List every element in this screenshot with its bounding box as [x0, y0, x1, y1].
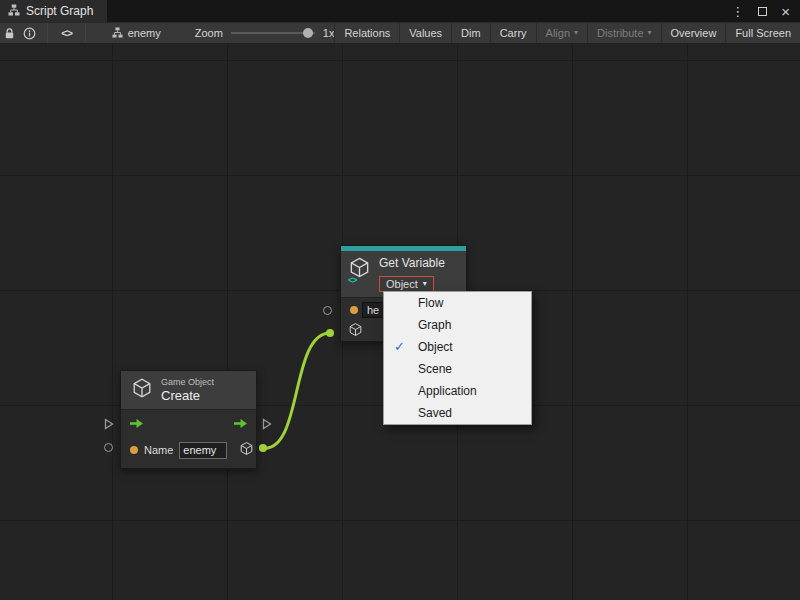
script-graph-icon: [8, 4, 20, 19]
game-object-output-icon[interactable]: [239, 441, 254, 460]
chevron-down-icon: ▾: [574, 29, 578, 37]
window-titlebar: Script Graph ⋮ ×: [0, 0, 800, 22]
variable-scope-dropdown[interactable]: Object ▾: [379, 276, 434, 292]
object-port-icon[interactable]: [348, 322, 363, 341]
menu-item-object[interactable]: ✓Object: [384, 336, 531, 358]
chevron-down-icon: ▾: [423, 280, 427, 288]
carry-button[interactable]: Carry: [490, 23, 536, 43]
scope-value: Object: [386, 278, 418, 290]
window-controls: ⋮ ×: [731, 0, 800, 22]
node-body: Name: [121, 409, 256, 468]
code-badge-icon: <>: [348, 275, 357, 285]
node-title: Create: [161, 388, 214, 403]
flow-output-port[interactable]: [262, 416, 272, 434]
graph-name-label: enemy: [128, 27, 161, 39]
distribute-button[interactable]: Distribute▾: [587, 23, 660, 43]
menu-item-saved[interactable]: Saved: [384, 402, 531, 424]
zoom-slider[interactable]: [231, 27, 315, 39]
script-graph-icon: [112, 27, 123, 40]
graph-breadcrumb[interactable]: enemy: [112, 27, 161, 40]
scope-dropdown-menu: Flow Graph ✓Object Scene Application Sav…: [383, 291, 532, 425]
overview-button[interactable]: Overview: [661, 23, 726, 43]
name-port-row: Name: [121, 438, 256, 462]
name-input-port[interactable]: [104, 443, 113, 452]
node-subtitle: Game Object: [161, 377, 214, 387]
node-header: Game Object Create: [121, 371, 256, 409]
node-title: Get Variable: [379, 256, 445, 270]
graph-toolbar: <> enemy Zoom 1x Relations Va: [0, 22, 800, 44]
value-port-icon[interactable]: [130, 446, 138, 454]
flow-in-arrow-icon[interactable]: [129, 415, 144, 433]
variable-cube-icon: <>: [348, 256, 372, 282]
name-input[interactable]: [179, 442, 227, 459]
value-port-icon[interactable]: [350, 306, 358, 314]
values-button[interactable]: Values: [399, 23, 451, 43]
flow-port-row: [121, 410, 256, 438]
fullscreen-button[interactable]: Full Screen: [725, 23, 800, 43]
output-port-connected: [259, 444, 267, 452]
input-port-connected: [326, 329, 334, 337]
name-input-port[interactable]: [323, 306, 332, 315]
name-port-label: Name: [144, 444, 173, 456]
align-button[interactable]: Align▾: [536, 23, 587, 43]
info-icon[interactable]: [20, 23, 40, 43]
zoom-label: Zoom: [195, 27, 223, 39]
lock-icon[interactable]: [0, 23, 20, 43]
close-icon[interactable]: ×: [781, 4, 790, 19]
flow-input-port[interactable]: [104, 416, 114, 434]
check-icon: ✓: [394, 336, 405, 358]
flow-out-arrow-icon[interactable]: [233, 415, 248, 433]
toolbar-buttons: Relations Values Dim Carry Align▾ Distri…: [334, 23, 800, 43]
window-menu-icon[interactable]: ⋮: [731, 5, 744, 18]
menu-item-application[interactable]: Application: [384, 380, 531, 402]
tab-script-graph[interactable]: Script Graph: [0, 0, 107, 22]
chevron-down-icon: ▾: [648, 29, 652, 37]
zoom-value[interactable]: 1x: [323, 27, 335, 39]
toolbar-separator: [85, 23, 86, 43]
menu-item-graph[interactable]: Graph: [384, 314, 531, 336]
game-object-cube-icon: [131, 377, 153, 403]
script-graph-window: Script Graph ⋮ × <>: [0, 0, 800, 600]
tab-label: Script Graph: [26, 4, 93, 18]
zoom-slider-handle[interactable]: [303, 28, 313, 38]
menu-item-scene[interactable]: Scene: [384, 358, 531, 380]
zoom-control: Zoom 1x: [195, 27, 335, 39]
create-game-object-node[interactable]: Game Object Create: [120, 370, 257, 469]
dim-button[interactable]: Dim: [451, 23, 490, 43]
relations-button[interactable]: Relations: [334, 23, 399, 43]
maximize-icon[interactable]: [758, 7, 767, 16]
menu-item-flow[interactable]: Flow: [384, 292, 531, 314]
code-view-icon[interactable]: <>: [48, 23, 84, 43]
graph-canvas[interactable]: <> Get Variable Object ▾ he: [0, 44, 800, 600]
